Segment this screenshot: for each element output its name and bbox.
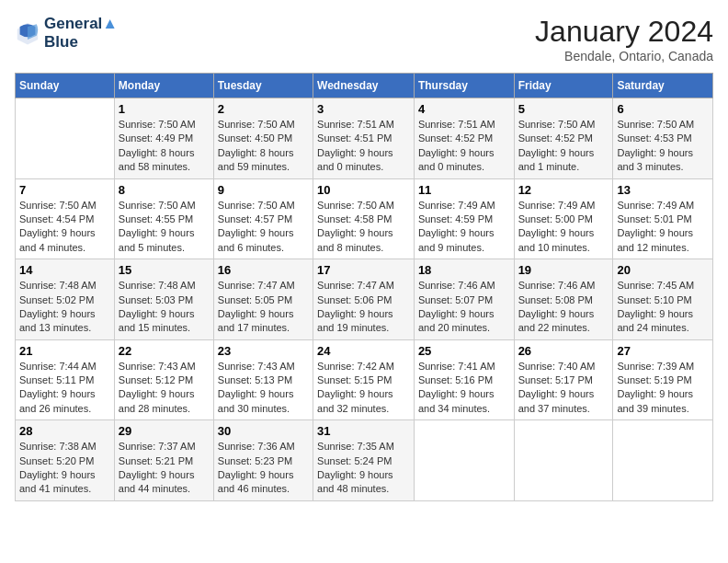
day-number: 4 <box>418 102 510 116</box>
day-number: 15 <box>119 263 210 277</box>
calendar-cell: 19Sunrise: 7:46 AM Sunset: 5:08 PM Dayli… <box>514 259 613 340</box>
week-row-5: 28Sunrise: 7:38 AM Sunset: 5:20 PM Dayli… <box>16 420 713 501</box>
day-info: Sunrise: 7:51 AM Sunset: 4:52 PM Dayligh… <box>418 118 510 175</box>
day-info: Sunrise: 7:49 AM Sunset: 5:00 PM Dayligh… <box>518 199 609 256</box>
day-number: 24 <box>317 344 410 358</box>
calendar-cell <box>16 98 115 179</box>
day-info: Sunrise: 7:50 AM Sunset: 4:50 PM Dayligh… <box>218 118 309 175</box>
day-number: 31 <box>317 424 410 438</box>
calendar-cell: 6Sunrise: 7:50 AM Sunset: 4:53 PM Daylig… <box>613 98 713 179</box>
title-block: January 2024 Bendale, Ontario, Canada <box>535 15 713 63</box>
weekday-header-saturday: Saturday <box>613 74 713 98</box>
day-number: 12 <box>518 183 609 197</box>
day-number: 3 <box>317 102 410 116</box>
calendar-cell: 22Sunrise: 7:43 AM Sunset: 5:12 PM Dayli… <box>114 339 213 420</box>
day-info: Sunrise: 7:43 AM Sunset: 5:13 PM Dayligh… <box>218 360 309 417</box>
day-info: Sunrise: 7:47 AM Sunset: 5:05 PM Dayligh… <box>218 279 309 336</box>
calendar-cell: 10Sunrise: 7:50 AM Sunset: 4:58 PM Dayli… <box>313 178 415 259</box>
calendar-cell: 15Sunrise: 7:48 AM Sunset: 5:03 PM Dayli… <box>114 259 213 340</box>
day-number: 13 <box>617 183 709 197</box>
calendar-cell: 8Sunrise: 7:50 AM Sunset: 4:55 PM Daylig… <box>114 178 213 259</box>
day-info: Sunrise: 7:35 AM Sunset: 5:24 PM Dayligh… <box>317 440 410 497</box>
day-info: Sunrise: 7:37 AM Sunset: 5:21 PM Dayligh… <box>119 440 210 497</box>
day-number: 28 <box>19 424 110 438</box>
day-info: Sunrise: 7:50 AM Sunset: 4:58 PM Dayligh… <box>317 199 410 256</box>
day-info: Sunrise: 7:50 AM Sunset: 4:55 PM Dayligh… <box>119 199 210 256</box>
day-info: Sunrise: 7:48 AM Sunset: 5:03 PM Dayligh… <box>119 279 210 336</box>
day-info: Sunrise: 7:43 AM Sunset: 5:12 PM Dayligh… <box>119 360 210 417</box>
day-number: 18 <box>418 263 510 277</box>
day-number: 17 <box>317 263 410 277</box>
day-number: 5 <box>518 102 609 116</box>
day-number: 26 <box>518 344 609 358</box>
logo: General▲ Blue <box>15 15 118 52</box>
weekday-header-friday: Friday <box>514 74 613 98</box>
weekday-header-row: SundayMondayTuesdayWednesdayThursdayFrid… <box>16 74 713 98</box>
day-number: 6 <box>617 102 709 116</box>
day-number: 25 <box>418 344 510 358</box>
calendar-cell: 29Sunrise: 7:37 AM Sunset: 5:21 PM Dayli… <box>114 420 213 501</box>
calendar-cell: 7Sunrise: 7:50 AM Sunset: 4:54 PM Daylig… <box>16 178 115 259</box>
calendar-cell: 3Sunrise: 7:51 AM Sunset: 4:51 PM Daylig… <box>313 98 415 179</box>
weekday-header-sunday: Sunday <box>16 74 115 98</box>
day-info: Sunrise: 7:49 AM Sunset: 5:01 PM Dayligh… <box>617 199 709 256</box>
day-number: 20 <box>617 263 709 277</box>
week-row-4: 21Sunrise: 7:44 AM Sunset: 5:11 PM Dayli… <box>16 339 713 420</box>
weekday-header-thursday: Thursday <box>414 74 514 98</box>
day-info: Sunrise: 7:46 AM Sunset: 5:07 PM Dayligh… <box>418 279 510 336</box>
day-number: 8 <box>119 183 210 197</box>
calendar-cell: 4Sunrise: 7:51 AM Sunset: 4:52 PM Daylig… <box>414 98 514 179</box>
day-info: Sunrise: 7:50 AM Sunset: 4:54 PM Dayligh… <box>19 199 110 256</box>
day-number: 19 <box>518 263 609 277</box>
day-info: Sunrise: 7:41 AM Sunset: 5:16 PM Dayligh… <box>418 360 510 417</box>
day-number: 16 <box>218 263 309 277</box>
day-info: Sunrise: 7:42 AM Sunset: 5:15 PM Dayligh… <box>317 360 410 417</box>
day-number: 9 <box>218 183 309 197</box>
calendar-cell: 2Sunrise: 7:50 AM Sunset: 4:50 PM Daylig… <box>213 98 313 179</box>
day-info: Sunrise: 7:50 AM Sunset: 4:53 PM Dayligh… <box>617 118 709 175</box>
calendar-cell: 23Sunrise: 7:43 AM Sunset: 5:13 PM Dayli… <box>213 339 313 420</box>
day-number: 2 <box>218 102 309 116</box>
day-number: 1 <box>119 102 210 116</box>
logo-text: General▲ Blue <box>44 15 118 52</box>
calendar-cell <box>514 420 613 501</box>
calendar-cell: 5Sunrise: 7:50 AM Sunset: 4:52 PM Daylig… <box>514 98 613 179</box>
day-info: Sunrise: 7:38 AM Sunset: 5:20 PM Dayligh… <box>19 440 110 497</box>
calendar-cell: 30Sunrise: 7:36 AM Sunset: 5:23 PM Dayli… <box>213 420 313 501</box>
calendar-cell: 13Sunrise: 7:49 AM Sunset: 5:01 PM Dayli… <box>613 178 713 259</box>
day-info: Sunrise: 7:50 AM Sunset: 4:52 PM Dayligh… <box>518 118 609 175</box>
weekday-header-wednesday: Wednesday <box>313 74 415 98</box>
calendar-cell: 12Sunrise: 7:49 AM Sunset: 5:00 PM Dayli… <box>514 178 613 259</box>
day-number: 23 <box>218 344 309 358</box>
day-number: 29 <box>119 424 210 438</box>
calendar-cell: 24Sunrise: 7:42 AM Sunset: 5:15 PM Dayli… <box>313 339 415 420</box>
calendar-cell: 9Sunrise: 7:50 AM Sunset: 4:57 PM Daylig… <box>213 178 313 259</box>
calendar-cell: 27Sunrise: 7:39 AM Sunset: 5:19 PM Dayli… <box>613 339 713 420</box>
day-info: Sunrise: 7:36 AM Sunset: 5:23 PM Dayligh… <box>218 440 309 497</box>
day-info: Sunrise: 7:47 AM Sunset: 5:06 PM Dayligh… <box>317 279 410 336</box>
calendar-cell: 1Sunrise: 7:50 AM Sunset: 4:49 PM Daylig… <box>114 98 213 179</box>
day-info: Sunrise: 7:51 AM Sunset: 4:51 PM Dayligh… <box>317 118 410 175</box>
calendar-cell: 31Sunrise: 7:35 AM Sunset: 5:24 PM Dayli… <box>313 420 415 501</box>
calendar-cell: 25Sunrise: 7:41 AM Sunset: 5:16 PM Dayli… <box>414 339 514 420</box>
day-info: Sunrise: 7:40 AM Sunset: 5:17 PM Dayligh… <box>518 360 609 417</box>
day-info: Sunrise: 7:50 AM Sunset: 4:49 PM Dayligh… <box>119 118 210 175</box>
calendar-cell: 14Sunrise: 7:48 AM Sunset: 5:02 PM Dayli… <box>16 259 115 340</box>
location: Bendale, Ontario, Canada <box>535 49 713 63</box>
calendar-table: SundayMondayTuesdayWednesdayThursdayFrid… <box>15 73 713 501</box>
day-number: 22 <box>119 344 210 358</box>
day-info: Sunrise: 7:44 AM Sunset: 5:11 PM Dayligh… <box>19 360 110 417</box>
day-info: Sunrise: 7:48 AM Sunset: 5:02 PM Dayligh… <box>19 279 110 336</box>
month-title: January 2024 <box>535 15 713 49</box>
calendar-cell: 16Sunrise: 7:47 AM Sunset: 5:05 PM Dayli… <box>213 259 313 340</box>
day-number: 11 <box>418 183 510 197</box>
day-info: Sunrise: 7:46 AM Sunset: 5:08 PM Dayligh… <box>518 279 609 336</box>
calendar-cell: 18Sunrise: 7:46 AM Sunset: 5:07 PM Dayli… <box>414 259 514 340</box>
calendar-cell: 28Sunrise: 7:38 AM Sunset: 5:20 PM Dayli… <box>16 420 115 501</box>
day-number: 21 <box>19 344 110 358</box>
day-info: Sunrise: 7:39 AM Sunset: 5:19 PM Dayligh… <box>617 360 709 417</box>
day-info: Sunrise: 7:45 AM Sunset: 5:10 PM Dayligh… <box>617 279 709 336</box>
day-info: Sunrise: 7:49 AM Sunset: 4:59 PM Dayligh… <box>418 199 510 256</box>
page-header: General▲ Blue January 2024 Bendale, Onta… <box>15 15 713 63</box>
logo-icon <box>15 20 40 46</box>
